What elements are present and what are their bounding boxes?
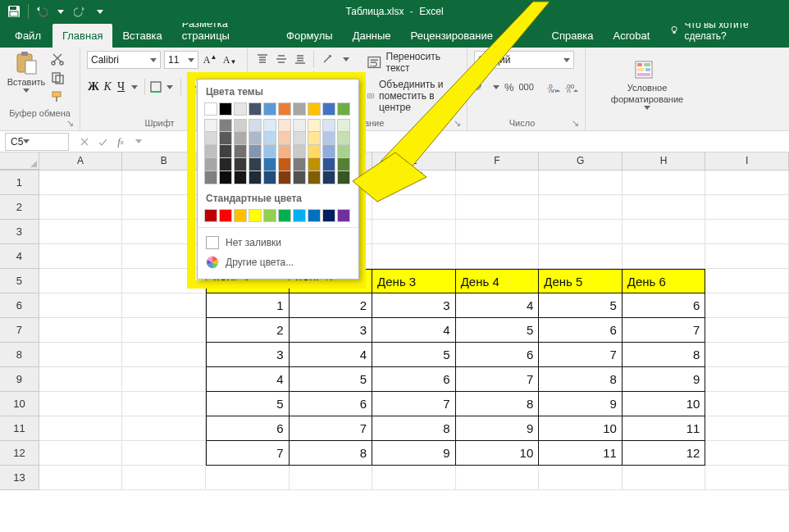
cell[interactable] — [39, 269, 123, 293]
cell[interactable]: 3 — [206, 343, 290, 367]
tab-home[interactable]: Главная — [52, 24, 112, 48]
clipboard-dialog-launcher-icon[interactable]: ↘ — [65, 118, 75, 128]
cell[interactable]: День 6 — [623, 269, 706, 293]
cell[interactable]: День 5 — [539, 269, 623, 293]
cell[interactable]: 2 — [290, 293, 373, 318]
cell[interactable] — [456, 220, 540, 244]
cell[interactable]: 9 — [456, 416, 540, 441]
tab-data[interactable]: Данные — [343, 24, 401, 48]
tab-help[interactable]: Справка — [542, 24, 604, 48]
cell[interactable]: 10 — [456, 441, 540, 466]
color-swatch[interactable] — [337, 132, 350, 145]
color-swatch[interactable] — [278, 132, 291, 145]
cell[interactable]: 6 — [623, 293, 706, 318]
color-swatch[interactable] — [219, 132, 232, 145]
formula-bar-dropdown[interactable] — [130, 133, 148, 151]
cell[interactable] — [623, 195, 706, 220]
cell[interactable]: 8 — [290, 441, 373, 466]
cancel-formula-icon[interactable] — [75, 133, 93, 151]
color-swatch[interactable] — [219, 158, 232, 171]
cell[interactable]: 7 — [372, 392, 456, 416]
color-swatch[interactable] — [204, 171, 217, 184]
color-swatch[interactable] — [293, 158, 306, 171]
cell[interactable]: 8 — [539, 367, 623, 392]
tab-formulas[interactable]: Формулы — [276, 24, 343, 48]
cell[interactable] — [122, 244, 206, 269]
more-colors-item[interactable]: Другие цвета... — [204, 252, 352, 272]
color-swatch[interactable] — [263, 209, 276, 222]
color-swatch[interactable] — [204, 119, 217, 132]
cell[interactable] — [122, 367, 206, 392]
qat-customize-icon[interactable] — [91, 2, 109, 20]
color-swatch[interactable] — [263, 102, 276, 116]
cell[interactable]: 1 — [206, 293, 290, 318]
cell[interactable] — [705, 416, 789, 441]
color-swatch[interactable] — [249, 158, 262, 171]
cell[interactable] — [122, 343, 206, 367]
color-swatch[interactable] — [219, 171, 232, 184]
row-header[interactable]: 8 — [0, 343, 39, 367]
cell[interactable] — [122, 318, 206, 343]
cell[interactable]: 7 — [623, 318, 706, 343]
column-header[interactable]: A — [39, 152, 123, 170]
row-header[interactable]: 9 — [0, 367, 39, 392]
color-swatch[interactable] — [249, 171, 262, 184]
cell[interactable] — [539, 195, 623, 220]
cell[interactable]: 5 — [206, 392, 290, 416]
cell[interactable]: 5 — [539, 293, 623, 318]
undo-dropdown-icon[interactable] — [52, 2, 70, 20]
color-swatch[interactable] — [308, 102, 321, 116]
cell[interactable]: 4 — [456, 293, 540, 318]
color-swatch[interactable] — [234, 171, 247, 184]
cell[interactable]: 8 — [456, 392, 540, 416]
cell[interactable]: 9 — [539, 392, 623, 416]
percent-icon[interactable]: % — [504, 79, 515, 95]
cell[interactable] — [39, 343, 123, 367]
cell[interactable] — [122, 220, 206, 244]
bold-button[interactable]: Ж — [87, 79, 100, 95]
row-header[interactable]: 4 — [0, 244, 39, 269]
cell[interactable]: 7 — [539, 343, 623, 367]
redo-icon[interactable] — [71, 2, 89, 20]
cut-icon[interactable] — [51, 52, 66, 68]
cell[interactable] — [372, 195, 456, 220]
cell[interactable] — [539, 171, 623, 195]
worksheet-grid[interactable]: ABCDEFGHI 12345День 1День 2День 3День 4Д… — [0, 152, 789, 490]
underline-dropdown[interactable] — [129, 79, 141, 95]
color-swatch[interactable] — [249, 102, 262, 116]
cell[interactable] — [705, 318, 789, 343]
cell[interactable]: 10 — [539, 416, 623, 441]
color-swatch[interactable] — [249, 145, 262, 158]
row-header[interactable]: 10 — [0, 392, 39, 416]
cell[interactable] — [705, 293, 789, 318]
cell[interactable] — [122, 466, 206, 490]
color-swatch[interactable] — [263, 119, 276, 132]
name-box[interactable]: C5 — [5, 133, 69, 151]
cell[interactable] — [705, 343, 789, 367]
wrap-text-button[interactable]: Переносить текст — [367, 51, 460, 74]
color-swatch[interactable] — [263, 158, 276, 171]
merge-center-button[interactable]: Объединить и поместить в центре — [367, 79, 460, 113]
cell[interactable]: 4 — [290, 343, 373, 367]
cell[interactable] — [705, 244, 789, 269]
cell[interactable]: 6 — [372, 367, 456, 392]
row-header[interactable]: 1 — [0, 171, 39, 195]
color-swatch[interactable] — [219, 145, 232, 158]
cell[interactable] — [623, 466, 706, 490]
decrease-font-icon[interactable]: A▼ — [221, 52, 238, 68]
cell[interactable]: 6 — [206, 416, 290, 441]
cell[interactable] — [39, 367, 123, 392]
copy-icon[interactable] — [51, 71, 66, 87]
conditional-formatting-button[interactable]: Условное форматирование — [611, 58, 683, 110]
color-swatch[interactable] — [278, 119, 291, 132]
cell[interactable] — [290, 466, 373, 490]
color-swatch[interactable] — [278, 171, 291, 184]
cell[interactable] — [122, 171, 206, 195]
color-swatch[interactable] — [204, 209, 217, 222]
color-swatch[interactable] — [234, 158, 247, 171]
font-size-combo[interactable]: 11 — [164, 51, 198, 69]
color-swatch[interactable] — [293, 132, 306, 145]
row-header[interactable]: 3 — [0, 220, 39, 244]
color-swatch[interactable] — [293, 119, 306, 132]
cell[interactable]: 6 — [290, 392, 373, 416]
